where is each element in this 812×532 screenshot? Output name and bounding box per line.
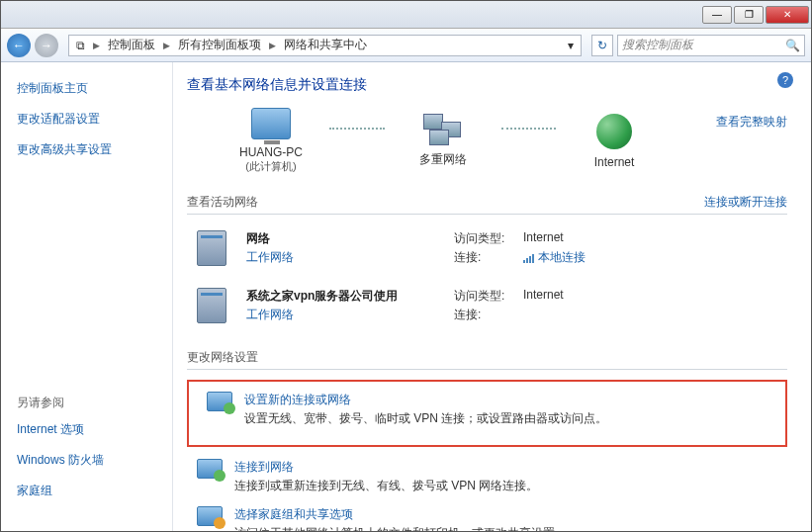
breadcrumb[interactable]: ⧉ ▶ 控制面板 ▶ 所有控制面板项 ▶ 网络和共享中心 ▾ <box>68 35 582 56</box>
breadcrumb-item[interactable]: 所有控制面板项 <box>175 37 264 53</box>
back-button[interactable]: ← <box>7 34 31 57</box>
task-new-connection[interactable]: 设置新的连接或网络 设置无线、宽带、拨号、临时或 VPN 连接；或设置路由器或访… <box>197 388 777 435</box>
map-node-multi[interactable]: 多重网络 <box>389 114 497 168</box>
network-name: 网络 <box>246 230 454 247</box>
network-type-link[interactable]: 工作网络 <box>246 308 294 321</box>
map-connector <box>329 128 385 130</box>
globe-icon <box>596 114 632 149</box>
chevron-right-icon: ▶ <box>266 41 279 50</box>
internet-label: Internet <box>560 155 669 169</box>
multi-network-icon <box>423 114 463 145</box>
maximize-button[interactable]: ❐ <box>734 6 764 24</box>
breadcrumb-icon: ⧉ <box>73 39 88 52</box>
settings-header-text: 更改网络设置 <box>187 349 258 366</box>
connect-icon <box>197 459 223 479</box>
task-link[interactable]: 设置新的连接或网络 <box>244 392 607 408</box>
sidebar: 控制面板主页 更改适配器设置 更改高级共享设置 另请参阅 Internet 选项… <box>1 62 173 531</box>
task-link[interactable]: 选择家庭组和共享选项 <box>234 506 567 523</box>
connect-disconnect-link[interactable]: 连接或断开连接 <box>704 194 787 211</box>
page-title: 查看基本网络信息并设置连接 <box>187 76 787 94</box>
access-label: 访问类型: <box>454 230 523 247</box>
breadcrumb-dropdown-icon[interactable]: ▾ <box>565 39 577 52</box>
minimize-button[interactable]: — <box>702 6 732 24</box>
help-icon[interactable]: ? <box>777 72 793 88</box>
multi-label: 多重网络 <box>389 151 497 168</box>
network-row: 系统之家vpn服务器公司使用 工作网络 访问类型:Internet 连接: <box>187 282 787 339</box>
signal-icon <box>523 253 535 263</box>
control-panel-home-link[interactable]: 控制面板主页 <box>17 80 156 97</box>
network-row: 网络 工作网络 访问类型:Internet 连接:本地连接 <box>187 224 787 282</box>
task-connect-network[interactable]: 连接到网络 连接到或重新连接到无线、有线、拨号或 VPN 网络连接。 <box>187 455 787 502</box>
search-input[interactable]: 搜索控制面板 🔍 <box>617 35 805 56</box>
search-placeholder: 搜索控制面板 <box>622 37 693 53</box>
highlighted-task: 设置新的连接或网络 设置无线、宽带、拨号、临时或 VPN 连接；或设置路由器或访… <box>187 380 787 447</box>
map-node-pc[interactable]: HUANG-PC (此计算机) <box>217 108 325 174</box>
network-icon <box>197 230 226 266</box>
chevron-right-icon: ▶ <box>160 41 173 50</box>
refresh-button[interactable]: ↻ <box>591 35 613 56</box>
forward-button[interactable]: → <box>35 34 58 57</box>
see-also-label: 另请参阅 <box>17 395 156 411</box>
conn-label: 连接: <box>454 249 523 266</box>
access-value: Internet <box>523 288 564 305</box>
pc-name: HUANG-PC <box>217 145 325 159</box>
see-also-internet-options[interactable]: Internet 选项 <box>17 421 156 438</box>
chevron-right-icon: ▶ <box>90 41 103 50</box>
map-node-internet[interactable]: Internet <box>560 114 669 169</box>
computer-icon <box>251 108 291 139</box>
active-header-text: 查看活动网络 <box>187 194 258 211</box>
see-also-firewall[interactable]: Windows 防火墙 <box>17 452 156 469</box>
task-desc: 设置无线、宽带、拨号、临时或 VPN 连接；或设置路由器或访问点。 <box>244 410 607 427</box>
task-desc: 连接到或重新连接到无线、有线、拨号或 VPN 网络连接。 <box>234 478 538 494</box>
task-link[interactable]: 连接到网络 <box>234 459 538 476</box>
network-type-link[interactable]: 工作网络 <box>246 250 294 264</box>
breadcrumb-item[interactable]: 网络和共享中心 <box>281 37 370 53</box>
window-titlebar: — ❐ ✕ <box>1 1 811 29</box>
network-name: 系统之家vpn服务器公司使用 <box>246 288 454 305</box>
network-icon <box>197 288 226 323</box>
breadcrumb-item[interactable]: 控制面板 <box>105 37 158 53</box>
connection-link[interactable]: 本地连接 <box>538 250 586 264</box>
see-also-homegroup[interactable]: 家庭组 <box>17 483 156 499</box>
navigation-bar: ← → ⧉ ▶ 控制面板 ▶ 所有控制面板项 ▶ 网络和共享中心 ▾ ↻ 搜索控… <box>1 29 811 62</box>
new-connection-icon <box>207 392 232 411</box>
task-desc: 访问位于其他网络计算机上的文件和打印机，或更改共享设置。 <box>234 525 567 531</box>
sidebar-link-sharing[interactable]: 更改高级共享设置 <box>17 141 156 158</box>
active-networks-header: 查看活动网络 连接或断开连接 <box>187 194 787 215</box>
pc-sub: (此计算机) <box>217 159 325 174</box>
map-connector <box>501 128 557 130</box>
conn-label: 连接: <box>454 307 523 323</box>
search-icon: 🔍 <box>785 39 800 52</box>
close-button[interactable]: ✕ <box>766 6 809 24</box>
access-label: 访问类型: <box>454 288 523 305</box>
full-map-link[interactable]: 查看完整映射 <box>716 115 787 129</box>
sidebar-link-adapter[interactable]: 更改适配器设置 <box>17 111 156 128</box>
homegroup-icon <box>197 506 223 526</box>
change-settings-header: 更改网络设置 <box>187 349 787 370</box>
content-pane: ? 查看基本网络信息并设置连接 HUANG-PC (此计算机) 多重网络 Int… <box>173 62 811 531</box>
network-map: HUANG-PC (此计算机) 多重网络 Internet <box>187 108 698 184</box>
access-value: Internet <box>523 230 564 247</box>
task-homegroup[interactable]: 选择家庭组和共享选项 访问位于其他网络计算机上的文件和打印机，或更改共享设置。 <box>187 502 787 531</box>
